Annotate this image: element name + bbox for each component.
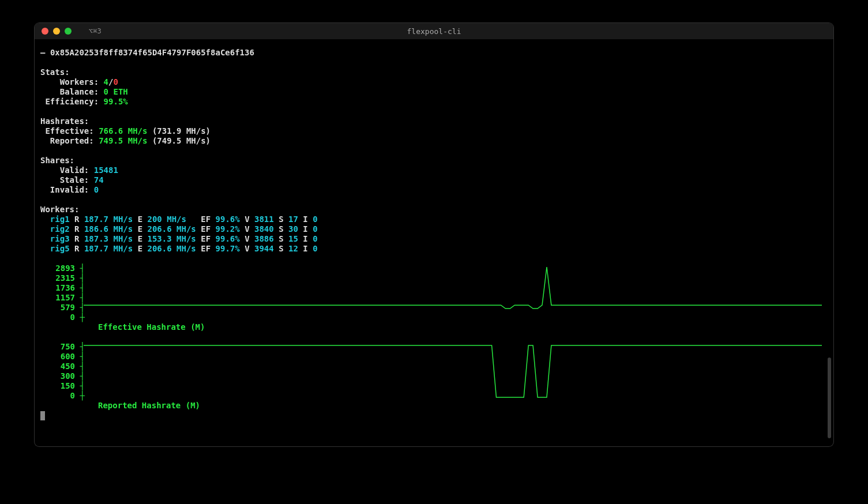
effective-paren: (731.9 MH/s) [152, 126, 211, 136]
hashrates-header: Hashrates: [40, 116, 828, 126]
workers-header: Workers: [40, 205, 828, 215]
reported-label: Reported: [40, 136, 94, 145]
efficiency-value: 99.5% [104, 97, 128, 106]
valid-value: 15481 [94, 166, 118, 175]
invalid-label: Invalid: [50, 185, 89, 194]
stale-label: Stale: [50, 175, 89, 185]
effective-label: Effective: [40, 126, 94, 136]
valid-label: Valid: [50, 166, 89, 175]
terminal-content[interactable]: – 0x85A20253f8ff8374f65D4F4797F065f8aCe6… [35, 39, 833, 429]
stats-header: Stats: [40, 67, 828, 77]
workers-online: 4 [104, 77, 108, 86]
traffic-lights [42, 28, 72, 35]
worker-row: rig2 R 186.6 MH/s E 206.6 MH/s EF 99.2% … [40, 224, 828, 234]
chart-line-icon [84, 342, 822, 401]
efficiency-label: Efficiency: [45, 97, 99, 106]
terminal-window: ⌥⌘3 flexpool-cli – 0x85A20253f8ff8374f65… [35, 23, 833, 446]
scrollbar[interactable] [828, 358, 831, 438]
worker-row: rig3 R 187.3 MH/s E 153.3 MH/s EF 99.6% … [40, 234, 828, 244]
reported-value: 749.5 MH/s [99, 136, 147, 145]
effective-hashrate-chart: 2893 ┤2315 ┤1736 ┤1157 ┤579 ┤0 ┼ [40, 264, 828, 322]
titlebar: ⌥⌘3 flexpool-cli [35, 23, 833, 39]
reported-paren: (749.5 MH/s) [152, 136, 211, 145]
cursor-icon [40, 411, 45, 420]
balance-label: Balance: [50, 87, 99, 96]
balance-value: 0 ETH [104, 87, 128, 96]
shares-header: Shares: [40, 156, 828, 166]
maximize-icon[interactable] [65, 28, 72, 35]
tab-label: ⌥⌘3 [89, 27, 102, 35]
chart-line-icon [84, 264, 822, 322]
worker-row: rig1 R 187.7 MH/s E 200 MH/s EF 99.6% V … [40, 215, 828, 224]
window-title: flexpool-cli [407, 27, 461, 36]
worker-row: rig5 R 187.7 MH/s E 206.6 MH/s EF 99.7% … [40, 244, 828, 254]
invalid-value: 0 [94, 185, 99, 194]
chart2-title: Reported Hashrate (M) [98, 401, 200, 410]
minimize-icon[interactable] [53, 28, 60, 35]
wallet-address: 0x85A20253f8ff8374f65D4F4797F065f8aCe6f1… [50, 48, 254, 57]
stale-value: 74 [94, 175, 104, 185]
chart1-title: Effective Hashrate (M) [98, 322, 205, 332]
workers-label: Workers: [50, 77, 99, 86]
close-icon[interactable] [42, 28, 48, 35]
workers-offline: 0 [113, 77, 118, 86]
effective-value: 766.6 MH/s [99, 126, 147, 136]
reported-hashrate-chart: 750 ┤600 ┤450 ┤300 ┤150 ┤0 ┼ [40, 342, 828, 401]
marker: – [40, 48, 45, 57]
